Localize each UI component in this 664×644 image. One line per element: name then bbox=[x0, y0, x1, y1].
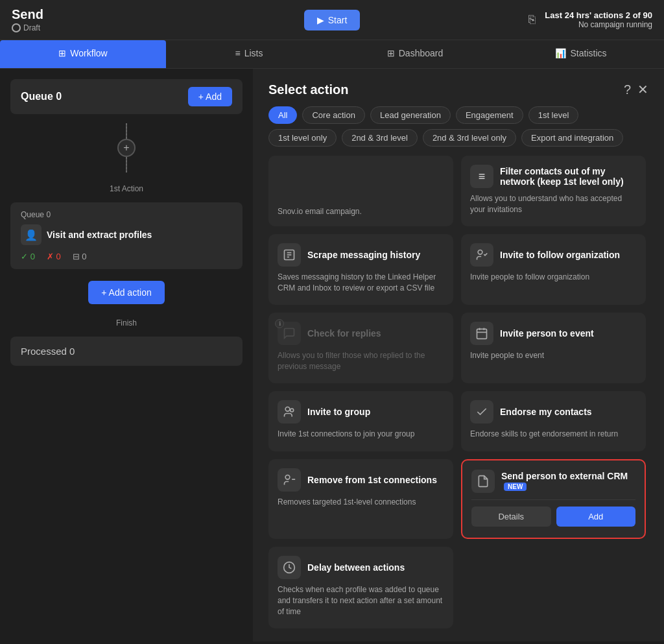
check-replies-header: ℹ Check for replies bbox=[278, 322, 444, 345]
snov-desc: Snov.io email campaign. bbox=[278, 206, 362, 217]
action-item-check-replies[interactable]: ℹ Check for replies Allows you to filter… bbox=[268, 313, 453, 383]
action-item-snov[interactable]: Snov.io email campaign. bbox=[268, 156, 453, 226]
statistics-icon: 📊 bbox=[555, 48, 566, 58]
filter-1st[interactable]: 1st level bbox=[528, 106, 579, 124]
filter-export[interactable]: Export and integration bbox=[521, 129, 623, 147]
action-item-delay[interactable]: Delay between actions Checks when each p… bbox=[268, 547, 453, 628]
lists-icon: ≡ bbox=[235, 48, 241, 58]
play-icon: ▶ bbox=[317, 15, 324, 25]
fail-stat: ✗ 0 bbox=[47, 252, 61, 261]
app-subtitle: Draft bbox=[12, 23, 225, 32]
tab-lists[interactable]: ≡ Lists bbox=[166, 40, 332, 68]
tab-statistics[interactable]: 📊 Statistics bbox=[498, 40, 664, 68]
add-action-wrapper: + Add action bbox=[10, 276, 243, 309]
svg-point-4 bbox=[478, 250, 482, 255]
panel-title: Select action bbox=[268, 82, 348, 97]
action-item-invite-org[interactable]: Invite to follow organization Invite peo… bbox=[461, 234, 646, 305]
send-crm-footer: Details Add bbox=[471, 499, 635, 527]
add-crm-button[interactable]: Add bbox=[556, 507, 636, 527]
invite-org-desc: Invite people to follow organization bbox=[470, 272, 637, 283]
send-crm-title-block: Send person to external CRM NEW bbox=[501, 471, 635, 492]
filter-engagement[interactable]: Engagement bbox=[456, 106, 523, 124]
filter-2nd3rdonly[interactable]: 2nd & 3rd level only bbox=[423, 129, 516, 147]
header-right: ⎘ Last 24 hrs' actions 2 of 90 No campai… bbox=[439, 10, 652, 29]
invite-group-desc: Invite 1st connections to join your grou… bbox=[278, 429, 444, 440]
send-crm-title: Send person to external CRM NEW bbox=[501, 471, 635, 492]
invite-org-header: Invite to follow organization bbox=[470, 243, 637, 267]
connector-line-1 bbox=[126, 123, 127, 139]
invite-org-title: Invite to follow organization bbox=[500, 250, 620, 260]
filter-2nd3rd[interactable]: 2nd & 3rd level bbox=[342, 129, 418, 147]
action-item-scrape[interactable]: Scrape messaging history Saves messaging… bbox=[268, 234, 453, 305]
delay-icon bbox=[278, 556, 301, 579]
finish-label: Finish bbox=[10, 316, 243, 330]
check-replies-title: Check for replies bbox=[307, 328, 381, 339]
stats-sub: No campaign running bbox=[545, 20, 652, 29]
endorse-desc: Endorse skills to get endorsement in ret… bbox=[470, 429, 637, 440]
connector-plus-1[interactable]: + bbox=[117, 139, 136, 157]
queue-title: Queue 0 bbox=[21, 91, 62, 102]
delay-header: Delay between actions bbox=[278, 556, 444, 579]
remove-icon bbox=[278, 468, 301, 492]
action-item-invite-event[interactable]: Invite person to event Invite people to … bbox=[461, 313, 646, 383]
header-stats: Last 24 hrs' actions 2 of 90 No campaign… bbox=[545, 10, 652, 29]
scrape-desc: Saves messaging history to the Linked He… bbox=[278, 272, 444, 294]
close-button[interactable]: ✕ bbox=[637, 82, 648, 97]
processed-card: Processed 0 bbox=[10, 337, 243, 366]
details-button[interactable]: Details bbox=[471, 507, 551, 527]
send-crm-icon bbox=[471, 470, 495, 493]
action-item-remove-connections[interactable]: Remove from 1st connections Removes targ… bbox=[268, 459, 453, 540]
start-label: Start bbox=[328, 15, 348, 25]
filter-contacts-header: ≡ Filter contacts out of my network (kee… bbox=[470, 165, 637, 188]
tab-workflow[interactable]: ⊞ Workflow bbox=[0, 40, 166, 68]
action-card-header: 👤 Visit and extract profiles bbox=[21, 224, 232, 245]
add-action-button[interactable]: + Add action bbox=[88, 281, 164, 304]
main-layout: Queue 0 + Add + 1st Action Queue 0 👤 Vis… bbox=[0, 69, 664, 641]
app-title: Send bbox=[12, 7, 225, 22]
delay-title: Delay between actions bbox=[307, 562, 405, 573]
action-card-1: Queue 0 👤 Visit and extract profiles ✓ 0… bbox=[10, 202, 243, 269]
action-item-invite-group[interactable]: Invite to group Invite 1st connections t… bbox=[268, 391, 453, 451]
send-crm-header: Send person to external CRM NEW bbox=[471, 470, 635, 493]
invite-event-header: Invite person to event bbox=[470, 322, 637, 345]
scrape-icon bbox=[278, 243, 301, 267]
invite-event-desc: Invite people to event bbox=[470, 350, 637, 361]
action-item-endorse[interactable]: Endorse my contacts Endorse skills to ge… bbox=[461, 391, 646, 451]
action-stats: ✓ 0 ✗ 0 ⊟ 0 bbox=[21, 252, 232, 261]
filter-contacts-title: Filter contacts out of my network (keep … bbox=[500, 166, 637, 187]
tab-dashboard[interactable]: ⊞ Dashboard bbox=[332, 40, 498, 68]
filter-all[interactable]: All bbox=[268, 106, 297, 124]
invite-group-header: Invite to group bbox=[278, 400, 444, 423]
svg-point-10 bbox=[290, 409, 294, 412]
action-item-send-crm[interactable]: Send person to external CRM NEW Details … bbox=[461, 459, 646, 540]
action-item-filter-contacts[interactable]: ≡ Filter contacts out of my network (kee… bbox=[461, 156, 646, 226]
filter-core[interactable]: Core action bbox=[302, 106, 364, 124]
app-header: Send Draft ▶ Start ⎘ Last 24 hrs' action… bbox=[0, 0, 664, 40]
invite-group-icon bbox=[278, 400, 301, 423]
workflow-icon: ⊞ bbox=[58, 48, 66, 58]
dashboard-icon: ⊞ bbox=[387, 48, 395, 58]
queue-header: Queue 0 + Add bbox=[10, 79, 243, 114]
stats-line: Last 24 hrs' actions 2 of 90 bbox=[545, 10, 652, 20]
queue-add-button[interactable]: + Add bbox=[188, 87, 232, 106]
panel-actions: ? ✕ bbox=[624, 82, 648, 97]
svg-point-9 bbox=[285, 407, 290, 412]
connector-line-2 bbox=[126, 157, 127, 173]
check-replies-desc: Allows you to filter those who replied t… bbox=[278, 350, 444, 372]
action-grid: Snov.io email campaign. ≡ Filter contact… bbox=[268, 156, 648, 628]
header-left: Send Draft bbox=[12, 7, 225, 32]
help-button[interactable]: ? bbox=[624, 82, 631, 97]
invite-event-icon bbox=[470, 322, 493, 345]
panel-header: Select action ? ✕ bbox=[268, 82, 648, 97]
filter-lead[interactable]: Lead generation bbox=[370, 106, 451, 124]
filter-1stonly[interactable]: 1st level only bbox=[268, 129, 337, 147]
success-stat: ✓ 0 bbox=[21, 252, 35, 261]
action-queue-label: Queue 0 bbox=[21, 210, 232, 219]
invite-org-icon bbox=[470, 243, 493, 267]
endorse-title: Endorse my contacts bbox=[500, 407, 592, 417]
copy-button[interactable]: ⎘ bbox=[528, 13, 536, 27]
app-status: Draft bbox=[23, 23, 40, 32]
action-icon: 👤 bbox=[21, 224, 42, 245]
svg-rect-5 bbox=[477, 329, 487, 339]
start-button[interactable]: ▶ Start bbox=[304, 10, 361, 30]
